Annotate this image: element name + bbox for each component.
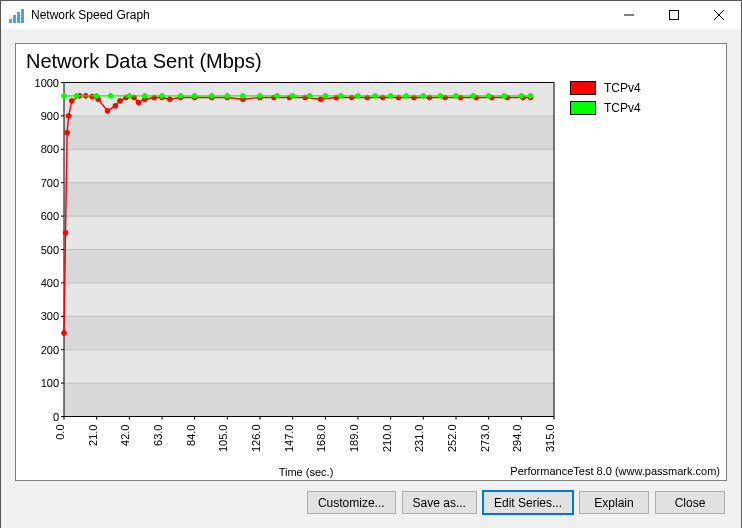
window-frame: Network Speed Graph Network Data Sent (M… (0, 0, 742, 528)
svg-point-133 (225, 93, 230, 98)
svg-point-144 (404, 93, 409, 98)
svg-point-94 (136, 100, 141, 105)
svg-point-148 (471, 93, 476, 98)
svg-point-126 (108, 93, 113, 98)
svg-rect-0 (9, 19, 12, 23)
svg-text:147.0: 147.0 (283, 425, 295, 453)
svg-point-124 (74, 93, 79, 98)
svg-point-130 (178, 93, 183, 98)
x-axis-label: Time (sec.) (52, 464, 560, 478)
svg-text:800: 800 (41, 143, 59, 155)
svg-point-108 (318, 97, 323, 102)
svg-point-89 (105, 108, 110, 113)
svg-point-134 (240, 93, 245, 98)
legend-label: TCPv4 (604, 101, 641, 115)
svg-text:84.0: 84.0 (185, 425, 197, 446)
customize-button[interactable]: Customize... (307, 491, 396, 514)
svg-text:231.0: 231.0 (413, 425, 425, 453)
svg-point-127 (127, 93, 132, 98)
explain-button[interactable]: Explain (579, 491, 649, 514)
legend-swatch (570, 101, 596, 115)
svg-point-146 (438, 93, 443, 98)
close-button[interactable] (696, 1, 741, 29)
titlebar: Network Speed Graph (1, 1, 741, 29)
svg-point-145 (421, 93, 426, 98)
svg-text:105.0: 105.0 (217, 425, 229, 453)
svg-rect-3 (21, 9, 24, 23)
plot-box: 010020030040050060070080090010000.021.04… (22, 77, 560, 464)
svg-text:42.0: 42.0 (119, 425, 131, 446)
svg-point-139 (323, 93, 328, 98)
legend-label: TCPv4 (604, 81, 641, 95)
svg-text:200: 200 (41, 344, 59, 356)
legend-item: TCPv4 (570, 101, 712, 115)
svg-point-143 (388, 93, 393, 98)
maximize-icon (669, 10, 679, 20)
svg-point-132 (209, 93, 214, 98)
svg-rect-10 (64, 316, 554, 349)
svg-point-142 (373, 93, 378, 98)
svg-rect-11 (64, 250, 554, 283)
app-icon (9, 7, 25, 23)
svg-rect-12 (64, 183, 554, 216)
svg-rect-9 (64, 383, 554, 416)
svg-point-152 (528, 93, 533, 98)
svg-point-138 (307, 93, 312, 98)
plot-column: 010020030040050060070080090010000.021.04… (22, 77, 560, 478)
maximize-button[interactable] (651, 1, 696, 29)
svg-point-80 (62, 331, 67, 336)
legend-item: TCPv4 (570, 81, 712, 95)
svg-point-123 (62, 93, 67, 98)
save-as-button[interactable]: Save as... (402, 491, 477, 514)
svg-text:300: 300 (41, 310, 59, 322)
svg-text:252.0: 252.0 (446, 425, 458, 453)
svg-point-90 (113, 103, 118, 108)
svg-point-150 (502, 93, 507, 98)
svg-rect-5 (669, 11, 678, 20)
chart-title: Network Data Sent (Mbps) (22, 48, 720, 77)
svg-text:21.0: 21.0 (87, 425, 99, 446)
body-area: Network Data Sent (Mbps) 010020030040050… (1, 29, 741, 528)
svg-point-135 (258, 93, 263, 98)
svg-text:63.0: 63.0 (152, 425, 164, 446)
svg-point-98 (167, 97, 172, 102)
svg-point-83 (66, 114, 71, 119)
legend: TCPv4TCPv4 (560, 77, 720, 478)
svg-point-141 (356, 93, 361, 98)
svg-point-125 (94, 93, 99, 98)
system-buttons (606, 1, 741, 29)
svg-point-140 (338, 93, 343, 98)
minimize-icon (624, 10, 634, 20)
svg-rect-1 (13, 15, 16, 23)
svg-text:1000: 1000 (35, 77, 59, 89)
svg-text:500: 500 (41, 244, 59, 256)
close-icon (714, 10, 724, 20)
svg-point-136 (275, 93, 280, 98)
svg-text:400: 400 (41, 277, 59, 289)
svg-rect-13 (64, 116, 554, 149)
minimize-button[interactable] (606, 1, 651, 29)
footer-credit: PerformanceTest 8.0 (www.passmark.com) (510, 465, 720, 477)
svg-point-84 (69, 98, 74, 103)
titlebar-left: Network Speed Graph (9, 7, 150, 23)
svg-point-82 (65, 130, 70, 135)
svg-point-147 (454, 93, 459, 98)
edit-series-button[interactable]: Edit Series... (483, 491, 573, 514)
svg-point-149 (486, 93, 491, 98)
button-row: Customize... Save as... Edit Series... E… (15, 491, 727, 514)
close-dialog-button[interactable]: Close (655, 491, 725, 514)
chart-svg: 010020030040050060070080090010000.021.04… (22, 77, 560, 464)
svg-text:900: 900 (41, 110, 59, 122)
svg-point-91 (118, 98, 123, 103)
svg-text:0.0: 0.0 (54, 425, 66, 440)
svg-point-137 (290, 93, 295, 98)
svg-text:0: 0 (53, 411, 59, 423)
chart-panel: Network Data Sent (Mbps) 010020030040050… (15, 43, 727, 481)
svg-text:189.0: 189.0 (348, 425, 360, 453)
svg-rect-2 (17, 12, 20, 23)
svg-point-151 (519, 93, 524, 98)
svg-point-129 (160, 93, 165, 98)
svg-text:168.0: 168.0 (315, 425, 327, 453)
window-title: Network Speed Graph (31, 8, 150, 22)
svg-text:600: 600 (41, 210, 59, 222)
